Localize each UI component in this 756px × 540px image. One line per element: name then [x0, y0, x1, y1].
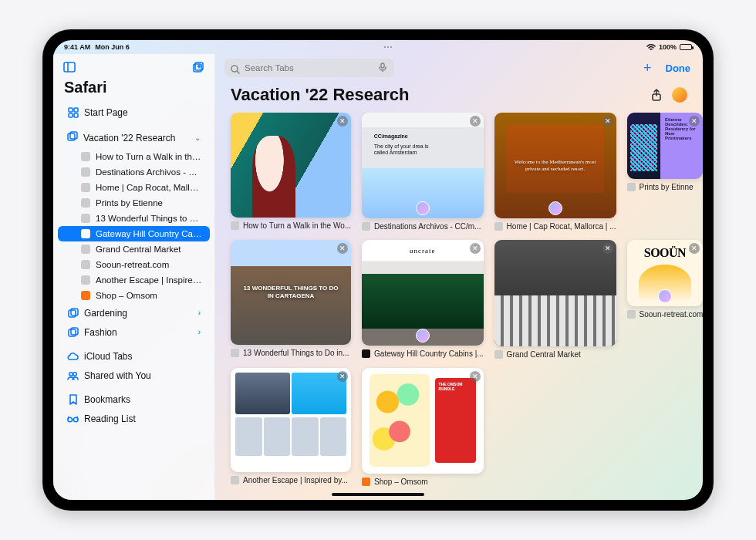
- tab-thumbnail: SOOÜN✕: [627, 240, 703, 306]
- sidebar-tab-item[interactable]: How to Turn a Walk in the ...: [58, 149, 210, 164]
- svg-rect-0: [64, 62, 75, 72]
- new-tab-group-icon[interactable]: [190, 59, 207, 76]
- shared-by-avatar: [416, 201, 430, 215]
- sidebar-tab-item[interactable]: Another Escape | Inspired...: [58, 272, 210, 288]
- home-indicator[interactable]: [332, 493, 424, 496]
- sidebar-tab-item[interactable]: Sooun-retreat.com: [58, 257, 210, 272]
- svg-rect-18: [381, 63, 384, 68]
- tab-grid: ✕ How to Turn a Walk in the Wo... CC/mag…: [215, 113, 703, 498]
- tabs-stack-icon: [67, 307, 79, 319]
- screen: 9:41 AM Mon Jun 6 100% Safari Start Page: [53, 40, 703, 500]
- shared-by-avatar: [548, 201, 562, 215]
- chevron-right-icon: ›: [198, 328, 201, 336]
- sidebar-toggle-icon[interactable]: [61, 59, 78, 76]
- sidebar-tab-item[interactable]: 13 Wonderful Things to Do...: [58, 211, 210, 226]
- sidebar-tab-item[interactable]: Grand Central Market: [58, 241, 210, 257]
- sidebar-group-vacation[interactable]: Vacation '22 Research ⌄: [56, 127, 211, 149]
- tab-thumbnail: 13 WONDERFUL THINGS TO DO IN CARTAGENA✕: [231, 240, 351, 345]
- tab-card[interactable]: uncrate✕ Gateway Hill Country Cabins |..…: [362, 240, 484, 358]
- favicon: [231, 349, 239, 357]
- tab-card[interactable]: CC/magazineThe city of your drea is call…: [362, 113, 484, 231]
- close-tab-icon[interactable]: ✕: [470, 243, 481, 254]
- mic-icon[interactable]: [379, 61, 388, 75]
- tab-title: 13 Wonderful Things to Do in...: [243, 349, 349, 357]
- sidebar-icloud-tabs[interactable]: iCloud Tabs: [56, 346, 211, 366]
- favicon: [81, 214, 90, 223]
- sidebar-reading-list[interactable]: Reading List: [56, 409, 211, 428]
- sidebar-start-page[interactable]: Start Page: [56, 103, 211, 122]
- search-input[interactable]: [245, 63, 374, 73]
- tabs-stack-icon: [67, 326, 79, 338]
- sidebar-group-fashion[interactable]: Fashion ›: [56, 322, 211, 342]
- share-icon[interactable]: [649, 87, 664, 103]
- sidebar-group-label: Fashion: [84, 327, 193, 338]
- close-tab-icon[interactable]: ✕: [470, 371, 481, 382]
- grid-icon: [67, 106, 79, 118]
- favicon: [362, 349, 370, 358]
- favicon: [81, 291, 90, 300]
- tab-thumbnail: THE OMSOM BUNDLE✕: [362, 368, 484, 474]
- shared-by-avatar: [416, 329, 430, 343]
- sidebar-tab-item[interactable]: Home | Cap Rocat, Mallorc...: [58, 180, 210, 195]
- close-tab-icon[interactable]: ✕: [602, 243, 613, 254]
- favicon: [81, 198, 90, 208]
- close-tab-icon[interactable]: ✕: [602, 116, 613, 127]
- sidebar-item-label: Start Page: [84, 107, 201, 118]
- bookmark-icon: [67, 393, 79, 405]
- tab-title: Prints by Etinne: [640, 183, 694, 191]
- tab-card[interactable]: ✕ Grand Central Market: [494, 240, 616, 358]
- close-tab-icon[interactable]: ✕: [337, 371, 348, 382]
- done-button[interactable]: Done: [663, 61, 694, 76]
- sidebar: Safari Start Page Vacation '22 Research …: [53, 54, 215, 500]
- tab-thumbnail: CC/magazineThe city of your drea is call…: [362, 113, 484, 218]
- favicon: [362, 478, 370, 486]
- sidebar-group-gardening[interactable]: Gardening ›: [56, 303, 211, 322]
- tab-title: Destinations Archivos - CC/m...: [374, 222, 481, 231]
- sidebar-tab-item[interactable]: Shop – Omsom: [58, 288, 210, 303]
- sidebar-bookmarks[interactable]: Bookmarks: [56, 390, 211, 409]
- multitask-dots[interactable]: [384, 46, 392, 48]
- tab-title: Shop – Omsom: [374, 478, 427, 486]
- tab-card[interactable]: THE OMSOM BUNDLE✕ Shop – Omsom: [362, 368, 484, 486]
- tab-card[interactable]: ✕ How to Turn a Walk in the Wo...: [231, 113, 351, 231]
- wifi-icon: [646, 43, 656, 51]
- favicon: [494, 222, 503, 231]
- favicon: [81, 245, 90, 254]
- tab-title: Another Escape | Inspired by...: [243, 476, 348, 484]
- tabs-stack-icon: [67, 131, 78, 144]
- search-tabs-field[interactable]: [224, 59, 394, 77]
- collaborator-avatar[interactable]: [672, 87, 687, 103]
- group-header: Vacation '22 Research: [215, 82, 703, 113]
- tab-card[interactable]: Welcome to the Mediterranean's most priv…: [494, 113, 616, 231]
- tab-thumbnail: ✕: [231, 113, 351, 218]
- tab-thumbnail: uncrate✕: [362, 240, 484, 346]
- tab-title: Home | Cap Rocat, Mallorca | ...: [507, 222, 616, 231]
- favicon: [81, 152, 90, 161]
- svg-rect-6: [74, 113, 78, 117]
- sidebar-group-label: Gardening: [84, 308, 193, 319]
- main-area: + Done Vacation '22 Research ✕ How to Tu…: [215, 54, 703, 500]
- tab-card[interactable]: SOOÜN✕ Sooun-retreat.com: [627, 240, 703, 358]
- tab-thumbnail: ✕: [231, 368, 351, 473]
- chevron-down-icon: ⌄: [194, 133, 201, 142]
- tab-thumbnail: ✕: [494, 240, 616, 346]
- group-title: Vacation '22 Research: [231, 85, 409, 105]
- ipad-device-frame: 9:41 AM Mon Jun 6 100% Safari Start Page: [42, 29, 714, 511]
- sidebar-tab-item[interactable]: Prints by Etienne: [58, 195, 210, 211]
- status-date: Mon Jun 6: [95, 43, 130, 51]
- sidebar-shared-with-you[interactable]: Shared with You: [56, 366, 211, 385]
- sidebar-tab-item-selected[interactable]: Gateway Hill Country Cabi...: [58, 226, 210, 241]
- new-tab-button[interactable]: +: [639, 60, 656, 76]
- sidebar-tab-item[interactable]: Destinations Archivos - CC...: [58, 164, 210, 180]
- svg-rect-3: [69, 108, 73, 112]
- tab-card[interactable]: Etienne Desclides: Residency for New Pri…: [627, 113, 703, 231]
- app-title: Safari: [53, 77, 214, 103]
- tab-card[interactable]: 13 WONDERFUL THINGS TO DO IN CARTAGENA✕ …: [231, 240, 351, 358]
- close-tab-icon[interactable]: ✕: [337, 116, 348, 127]
- battery-icon: [680, 44, 692, 50]
- tab-card[interactable]: ✕ Another Escape | Inspired by...: [231, 368, 351, 486]
- favicon: [81, 229, 90, 238]
- svg-point-14: [73, 372, 76, 375]
- close-tab-icon[interactable]: ✕: [470, 116, 481, 127]
- tab-thumbnail: Welcome to the Mediterranean's most priv…: [494, 113, 616, 218]
